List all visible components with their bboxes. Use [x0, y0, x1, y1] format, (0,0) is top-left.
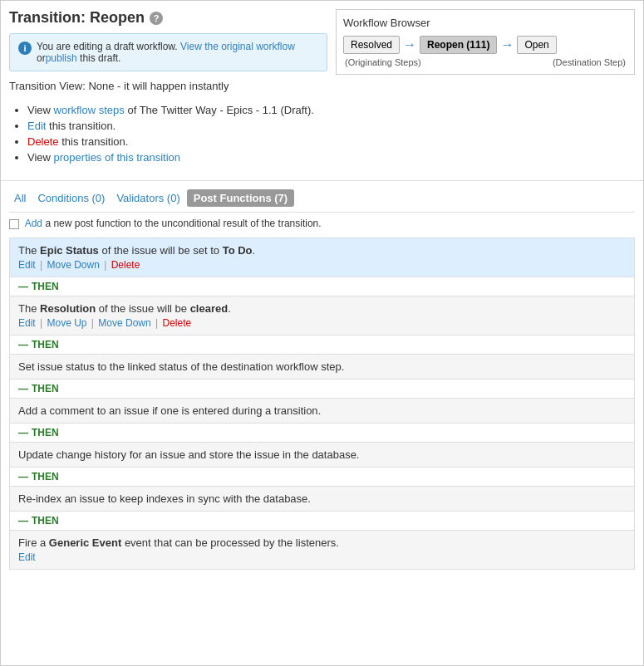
- tabs-bar: All Conditions (0) Validators (0) Post F…: [9, 189, 635, 207]
- action-list: View workflow steps of The Twitter Way -…: [9, 104, 327, 164]
- then-label-2: THEN: [32, 339, 59, 350]
- then-label-6: THEN: [32, 515, 59, 526]
- info-icon: i: [18, 42, 32, 55]
- edit-fn1-link[interactable]: Edit: [18, 259, 36, 271]
- arrow-1: →: [403, 37, 416, 52]
- destination-label: (Destination Step): [553, 57, 626, 67]
- reopen-step-button[interactable]: Reopen (111): [420, 36, 497, 54]
- post-function-block-3: Set issue status to the linked status of…: [9, 354, 635, 380]
- add-line: Add a new post function to the unconditi…: [9, 212, 635, 229]
- function-item-1: The Epic Status of the issue will be set…: [10, 238, 634, 277]
- function-actions-1: Edit | Move Down | Delete: [18, 259, 626, 271]
- open-step-button[interactable]: Open: [517, 36, 556, 54]
- post-function-block-2: The Resolution of the issue will be clea…: [9, 296, 635, 335]
- then-row-6: — THEN: [9, 512, 635, 530]
- tab-conditions[interactable]: Conditions (0): [32, 189, 110, 207]
- workflow-steps-link[interactable]: workflow steps: [54, 104, 125, 116]
- post-function-block-5: Update change history for an issue and s…: [9, 442, 635, 468]
- post-functions-area: Add a new post function to the unconditi…: [1, 212, 643, 578]
- then-row-5: — THEN: [9, 468, 635, 486]
- post-function-block-6: Re-index an issue to keep indexes in syn…: [9, 486, 635, 512]
- workflow-labels: (Originating Steps) (Destination Step): [343, 57, 627, 67]
- add-post-function-link[interactable]: Add: [25, 218, 42, 229]
- then-label-1: THEN: [32, 281, 59, 292]
- function-item-4: Add a comment to an issue if one is ente…: [10, 399, 634, 423]
- function-text-3: Set issue status to the linked status of…: [18, 360, 626, 373]
- info-or: or: [37, 52, 46, 64]
- tabs-section: All Conditions (0) Validators (0) Post F…: [1, 180, 643, 212]
- generic-event-bold: Generic Event: [49, 536, 121, 549]
- arrow-2: →: [500, 37, 514, 52]
- epic-status-bold: Epic Status: [40, 244, 99, 257]
- then-row-4: — THEN: [9, 424, 635, 442]
- function-item-5: Update change history for an issue and s…: [10, 443, 634, 467]
- info-banner: i You are editing a draft workflow. View…: [9, 33, 327, 71]
- tab-post-functions[interactable]: Post Functions (7): [187, 189, 294, 207]
- then-row-3: — THEN: [9, 380, 635, 398]
- tab-validators[interactable]: Validators (0): [111, 189, 184, 207]
- add-checkbox[interactable]: [9, 219, 19, 229]
- function-item-3: Set issue status to the linked status of…: [10, 355, 634, 379]
- view-original-link[interactable]: View the original workflow: [180, 41, 295, 52]
- function-text-4: Add a comment to an issue if one is ente…: [18, 404, 626, 417]
- edit-fn7-link[interactable]: Edit: [18, 551, 36, 563]
- delete-transition-link[interactable]: Delete: [27, 135, 59, 148]
- workflow-browser: Workflow Browser Resolved → Reopen (111)…: [336, 9, 635, 75]
- add-line-suffix: a new post function to the unconditional…: [45, 218, 321, 229]
- workflow-browser-title: Workflow Browser: [343, 17, 627, 29]
- function-text-5: Update change history for an issue and s…: [18, 448, 626, 461]
- function-item-2: The Resolution of the issue will be clea…: [10, 296, 634, 335]
- delete-fn2-link[interactable]: Delete: [162, 317, 191, 329]
- post-function-block-7: Fire a Generic Event event that can be p…: [9, 530, 635, 570]
- function-item-7: Fire a Generic Event event that can be p…: [10, 531, 634, 569]
- properties-link[interactable]: properties of this transition: [54, 151, 180, 164]
- info-text-prefix: You are editing a draft workflow.: [37, 41, 178, 52]
- publish-link[interactable]: publish: [46, 52, 77, 64]
- function-item-6: Re-index an issue to keep indexes in syn…: [10, 487, 634, 511]
- then-row-2: — THEN: [9, 335, 635, 354]
- function-actions-7: Edit: [18, 551, 626, 563]
- function-text-6: Re-index an issue to keep indexes in syn…: [18, 492, 626, 505]
- then-row-1: — THEN: [9, 277, 635, 296]
- edit-transition-link[interactable]: Edit: [27, 120, 46, 132]
- post-function-block-4: Add a comment to an issue if one is ente…: [9, 398, 635, 424]
- help-icon[interactable]: ?: [150, 12, 163, 25]
- transition-view: Transition View: None - it will happen i…: [9, 80, 327, 97]
- then-label-4: THEN: [32, 427, 59, 438]
- list-item-workflow-steps: View workflow steps of The Twitter Way -…: [27, 104, 327, 116]
- function-text-1: The Epic Status of the issue will be set…: [18, 244, 626, 257]
- page-title: Transition: Reopen ?: [9, 9, 327, 27]
- resolved-step-button[interactable]: Resolved: [343, 36, 400, 54]
- list-item-edit: Edit this transition.: [27, 120, 327, 132]
- list-item-properties: View properties of this transition: [27, 151, 327, 164]
- edit-fn2-link[interactable]: Edit: [18, 317, 36, 329]
- originating-label: (Originating Steps): [345, 57, 421, 67]
- cleared-bold: cleared: [190, 302, 229, 315]
- move-down-fn2-link[interactable]: Move Down: [98, 317, 150, 329]
- tab-all[interactable]: All: [9, 189, 31, 207]
- move-up-fn2-link[interactable]: Move Up: [47, 317, 86, 329]
- list-item-delete: Delete this transition.: [27, 135, 327, 148]
- to-do-bold: To Do: [223, 244, 253, 257]
- function-text-2: The Resolution of the issue will be clea…: [18, 302, 626, 315]
- post-function-block-1: The Epic Status of the issue will be set…: [9, 238, 635, 277]
- then-label-5: THEN: [32, 471, 59, 482]
- function-text-7: Fire a Generic Event event that can be p…: [18, 536, 626, 549]
- function-actions-2: Edit | Move Up | Move Down | Delete: [18, 317, 626, 329]
- info-suffix: this draft.: [80, 52, 120, 64]
- move-down-fn1-link[interactable]: Move Down: [47, 259, 99, 271]
- workflow-flow: Resolved → Reopen (111) → Open: [343, 36, 627, 54]
- then-label-3: THEN: [32, 383, 59, 394]
- resolution-bold: Resolution: [40, 302, 96, 315]
- delete-fn1-link[interactable]: Delete: [111, 259, 140, 271]
